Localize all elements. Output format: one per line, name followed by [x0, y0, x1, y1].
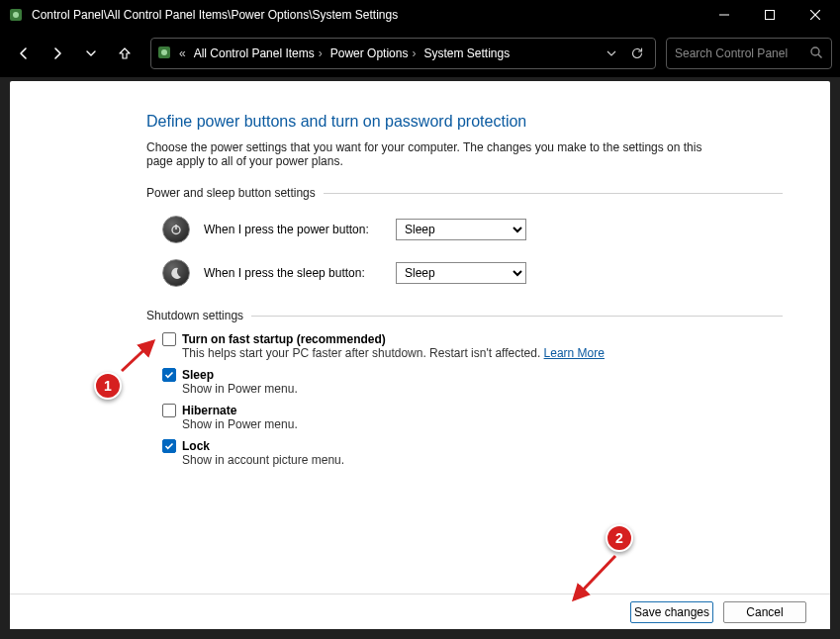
maximize-button[interactable] — [747, 0, 793, 30]
lock-checkbox[interactable] — [162, 439, 176, 453]
shutdown-settings-list: Turn on fast startup (recommended) This … — [162, 332, 783, 467]
recent-locations-button[interactable] — [75, 38, 107, 69]
control-panel-icon — [8, 7, 24, 23]
forward-button[interactable] — [42, 38, 73, 69]
content-area: Define power buttons and turn on passwor… — [10, 81, 830, 629]
sleep-button-select[interactable]: Sleep — [396, 262, 526, 284]
svg-rect-3 — [766, 11, 775, 20]
svg-point-7 — [161, 49, 167, 55]
sleep-item: Sleep Show in Power menu. — [162, 368, 783, 396]
svg-line-9 — [818, 54, 822, 58]
fast-startup-item: Turn on fast startup (recommended) This … — [162, 332, 783, 360]
learn-more-link[interactable]: Learn More — [544, 346, 605, 360]
cancel-button[interactable]: Cancel — [723, 601, 806, 623]
power-button-label: When I press the power button: — [204, 223, 382, 236]
sleep-checkbox[interactable] — [162, 368, 176, 382]
power-button-icon — [162, 216, 190, 243]
back-button[interactable] — [8, 38, 40, 69]
svg-point-1 — [13, 12, 19, 18]
lock-title: Lock — [182, 439, 210, 453]
page-description: Choose the power settings that you want … — [146, 140, 720, 168]
lock-item: Lock Show in account picture menu. — [162, 439, 783, 467]
address-dropdown-button[interactable] — [600, 38, 623, 69]
power-button-select[interactable]: Sleep — [396, 219, 526, 240]
section-shutdown-header: Shutdown settings — [146, 309, 783, 322]
control-panel-crumb-icon — [157, 46, 173, 61]
refresh-button[interactable] — [625, 38, 649, 69]
hibernate-checkbox[interactable] — [162, 404, 176, 417]
search-placeholder: Search Control Panel — [675, 46, 788, 60]
power-button-row: When I press the power button: Sleep — [162, 216, 783, 243]
close-button[interactable] — [793, 0, 838, 30]
hibernate-title: Hibernate — [182, 404, 236, 417]
sleep-button-label: When I press the sleep button: — [204, 266, 382, 280]
search-icon — [809, 46, 823, 62]
hibernate-item: Hibernate Show in Power menu. — [162, 404, 783, 431]
up-button[interactable] — [109, 38, 140, 69]
fast-startup-desc: This helps start your PC faster after sh… — [182, 346, 783, 360]
address-bar[interactable]: « All Control Panel Items› Power Options… — [150, 38, 656, 69]
annotation-badge-1: 1 — [94, 372, 122, 400]
crumb-all-items[interactable]: All Control Panel Items› — [190, 46, 327, 60]
hibernate-desc: Show in Power menu. — [182, 417, 783, 431]
lock-desc: Show in account picture menu. — [182, 453, 783, 467]
footer-bar: Save changes Cancel — [10, 593, 830, 629]
crumb-system-settings[interactable]: System Settings — [420, 46, 513, 60]
section-power-sleep-header: Power and sleep button settings — [146, 186, 783, 200]
crumb-prefix[interactable]: « — [179, 46, 186, 60]
window-title: Control Panel\All Control Panel Items\Po… — [32, 8, 701, 22]
sleep-button-icon — [162, 259, 190, 287]
crumb-power-options[interactable]: Power Options› — [327, 46, 420, 60]
save-button[interactable]: Save changes — [630, 601, 713, 623]
page-title: Define power buttons and turn on passwor… — [146, 113, 783, 131]
sleep-title: Sleep — [182, 368, 214, 382]
nav-bar: « All Control Panel Items› Power Options… — [0, 30, 840, 77]
svg-point-8 — [811, 47, 819, 55]
minimize-button[interactable] — [701, 0, 747, 30]
sleep-button-row: When I press the sleep button: Sleep — [162, 259, 783, 287]
sleep-desc: Show in Power menu. — [182, 382, 783, 396]
fast-startup-checkbox[interactable] — [162, 332, 176, 346]
title-bar: Control Panel\All Control Panel Items\Po… — [0, 0, 840, 30]
annotation-badge-2: 2 — [606, 524, 633, 552]
search-input[interactable]: Search Control Panel — [666, 38, 832, 69]
fast-startup-title: Turn on fast startup (recommended) — [182, 332, 386, 346]
